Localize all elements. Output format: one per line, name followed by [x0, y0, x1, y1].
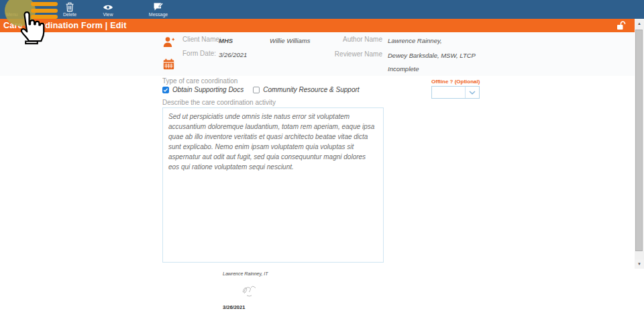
- client-person-icon: [163, 36, 175, 48]
- describe-activity-label: Describe the care coordination activity: [162, 99, 276, 106]
- client-name-value: Willie Williams: [270, 37, 311, 44]
- offline-select-value: [432, 87, 465, 98]
- message-icon: [154, 2, 164, 11]
- eye-icon: [103, 4, 113, 11]
- cursor-pointer-icon: [12, 11, 46, 44]
- offline-select[interactable]: [431, 86, 480, 99]
- delete-button-label: Delete: [56, 12, 83, 17]
- unlock-icon[interactable]: [616, 21, 626, 30]
- message-button-label: Message: [144, 12, 173, 17]
- author-name-label: Author Name: [309, 36, 382, 43]
- status-badge: Incomplete: [388, 65, 419, 73]
- scroll-up-arrow-icon[interactable]: ▲: [635, 19, 644, 28]
- check-icon: [163, 87, 168, 93]
- trash-icon: [66, 2, 74, 12]
- reviewer-name-label: Reviewer Name: [302, 50, 382, 58]
- calendar-icon[interactable]: [163, 58, 174, 70]
- signature-signer-name: Lawrence Rainney, IT: [223, 271, 268, 276]
- page-title-bar: Care Coordination Form | Edit: [0, 19, 635, 32]
- view-button[interactable]: View: [95, 0, 121, 19]
- checkbox-community-resource-support[interactable]: [253, 87, 260, 93]
- scrollbar-thumb[interactable]: [635, 30, 643, 251]
- delete-button[interactable]: Delete: [56, 0, 83, 19]
- form-date-label: Form Date:: [182, 50, 216, 57]
- toolbar: Menu Delete View Message: [0, 0, 644, 19]
- view-button-label: View: [95, 12, 121, 17]
- signature-scribble: [239, 284, 262, 299]
- vertical-scrollbar[interactable]: ▲ ▼: [635, 19, 644, 269]
- client-code-value: MHS: [219, 37, 233, 44]
- checkbox-label-community-resource-support: Community Resource & Support: [263, 86, 359, 93]
- type-checkbox-row: Obtain Supporting Docs Community Resourc…: [162, 86, 369, 93]
- chevron-down-icon[interactable]: [465, 87, 479, 98]
- author-name-value: Lawrence Rainney,: [388, 37, 442, 44]
- scroll-down-arrow-icon[interactable]: ▼: [635, 259, 644, 269]
- signature-date: 3/26/2021: [223, 304, 245, 310]
- form-body: Type of care coordination Obtain Support…: [0, 76, 635, 315]
- activity-textarea[interactable]: Sed ut perspiciatis unde omnis iste natu…: [162, 107, 384, 263]
- checkbox-label-obtain-supporting-docs: Obtain Supporting Docs: [172, 86, 244, 93]
- reviewer-name-value: Dewey Barksdale, MSW, LTCP: [388, 52, 476, 59]
- type-section-label: Type of care coordination: [162, 77, 237, 85]
- form-date-value: 3/26/2021: [219, 51, 247, 58]
- client-name-label: Client Name:: [182, 36, 221, 43]
- checkbox-obtain-supporting-docs[interactable]: [162, 87, 169, 93]
- offline-optional-label: Offline ? (Optional): [431, 79, 480, 85]
- form-header: Client Name: MHS Willie Williams Form Da…: [0, 32, 635, 77]
- message-button[interactable]: Message: [144, 0, 173, 19]
